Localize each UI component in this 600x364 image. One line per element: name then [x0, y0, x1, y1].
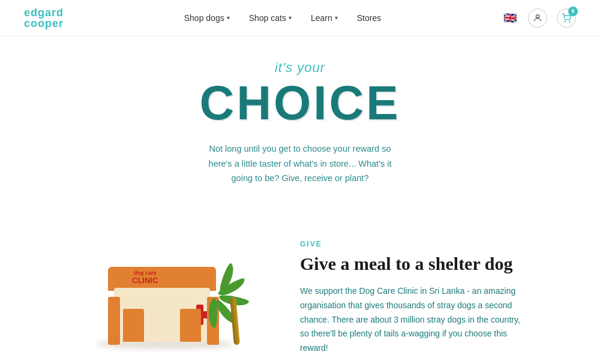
chevron-down-icon: ▾ [335, 14, 338, 21]
chevron-down-icon: ▾ [289, 14, 292, 21]
clinic-sign-small: dog care [132, 270, 158, 276]
give-title: Give a meal to a shelter dog [300, 253, 552, 275]
side-panel-left [108, 297, 120, 345]
svg-point-2 [569, 21, 570, 22]
logo-line2: cooper [24, 18, 64, 29]
palm-tree [234, 297, 240, 345]
palm-leaves [216, 285, 264, 321]
site-header: edgard cooper Shop dogs ▾ Shop cats ▾ Le… [0, 0, 600, 36]
header-actions: 🇬🇧 0 [502, 8, 576, 28]
clinic-sign: dog care CLINIC [132, 270, 158, 285]
building-roof [108, 267, 216, 291]
hero-section: it's your CHOICE Not long until you get … [0, 36, 600, 210]
give-tag: GIVE [300, 240, 552, 248]
palm-leaf [209, 298, 217, 328]
main-content: dog care CLINIC [0, 222, 600, 364]
chevron-down-icon: ▾ [227, 14, 230, 21]
building-door-left [123, 309, 144, 342]
cart-button[interactable]: 0 [557, 8, 576, 28]
nav-learn[interactable]: Learn ▾ [311, 13, 338, 23]
clinic-illustration: dog care CLINIC [84, 234, 252, 354]
hero-title: CHOICE [12, 79, 588, 127]
nav-shop-cats[interactable]: Shop cats ▾ [249, 13, 292, 23]
give-description: We support the Dog Care Clinic in Sri La… [300, 284, 528, 356]
user-account-button[interactable] [528, 8, 547, 28]
nav-stores[interactable]: Stores [357, 13, 381, 23]
nav-shop-dogs[interactable]: Shop dogs ▾ [184, 13, 230, 23]
cart-count: 0 [568, 7, 578, 16]
main-nav: Shop dogs ▾ Shop cats ▾ Learn ▾ Stores [184, 13, 382, 23]
svg-point-0 [536, 14, 539, 17]
svg-point-1 [565, 21, 565, 22]
clinic-building: dog care CLINIC [114, 270, 210, 342]
hero-description: Not long until you get to choose your re… [198, 142, 402, 186]
clinic-illustration-area: dog care CLINIC [60, 234, 276, 354]
language-selector[interactable]: 🇬🇧 [502, 12, 518, 24]
logo-line1: edgard [24, 7, 64, 18]
logo[interactable]: edgard cooper [24, 7, 64, 29]
clinic-sign-large: CLINIC [132, 276, 158, 285]
give-section-text: GIVE Give a meal to a shelter dog We sup… [300, 234, 552, 356]
hero-subtitle: it's your [12, 60, 588, 76]
building-door-right [180, 309, 201, 342]
